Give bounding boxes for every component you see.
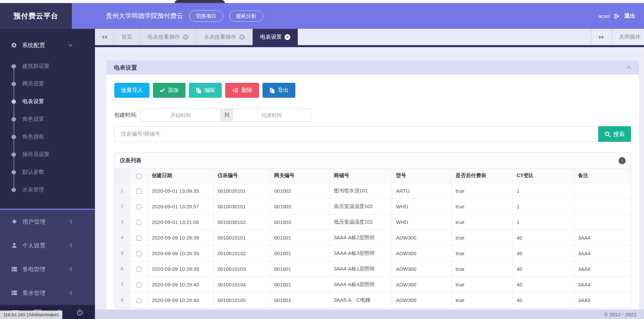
chevron-down-icon [68, 44, 73, 47]
sidebar-item-角色设置[interactable]: 角色设置 [0, 110, 95, 128]
search-button-label: 搜索 [613, 130, 625, 138]
row-checkbox[interactable] [136, 189, 141, 194]
sidebar-item-label: 网关设置 [22, 80, 44, 88]
sidebar-item-水表管理[interactable]: 水表管理 [0, 181, 95, 199]
导出-button[interactable]: 导出 [262, 83, 295, 98]
username[interactable]: acrel [598, 13, 609, 19]
select-all-checkbox[interactable] [136, 174, 141, 179]
end-time-input[interactable] [232, 109, 311, 121]
cell-meter: 0010010103 [213, 261, 270, 277]
table-row[interactable]: 82020-09-09 10:28:4000100101050010013AA5… [115, 292, 631, 308]
cell-meter: 0010030101 [213, 199, 270, 214]
logout-button[interactable]: 退出 [624, 13, 635, 20]
row-checkbox[interactable] [136, 251, 141, 256]
sidebar-item-角色授权[interactable]: 角色授权 [0, 128, 95, 146]
tab-label: 电表批量操作 [148, 34, 180, 41]
cell-model: ARTU [392, 183, 451, 199]
row-checkbox[interactable] [136, 298, 141, 303]
tab-item[interactable]: 电表批量操作× [140, 29, 196, 45]
start-time-input[interactable] [140, 109, 221, 121]
main-content: 电表设置 批量导入添加编辑删除导出 创建时间: 到 搜索 [95, 47, 644, 309]
table-row[interactable]: 72020-09-09 10:28:4000100101040010013AA4… [115, 277, 631, 292]
tab-bar: 首页电表批量操作×水表批量操作×电表设置× 关闭操作 [95, 29, 644, 45]
close-operations-button[interactable]: 关闭操作 [612, 34, 644, 41]
cell-ct: 40 [512, 261, 574, 277]
switch-project-button[interactable]: 切换项目 [189, 11, 223, 22]
browser-tab-sliver [175, 0, 225, 3]
sidebar-item-label: 电表设置 [22, 98, 44, 105]
cell-note [574, 183, 631, 199]
power-icon[interactable] [76, 309, 83, 316]
sidebar-section-个人设置[interactable]: 个人设置 [0, 233, 95, 257]
cell-postpaid: true [451, 183, 512, 199]
row-number: 7 [115, 277, 130, 292]
tab-item[interactable]: 电表设置× [253, 29, 298, 45]
tab-close-icon[interactable]: × [183, 34, 189, 40]
copyright: © 2012 - 2021 [604, 312, 637, 317]
批量导入-button[interactable]: 批量导入 [114, 83, 150, 98]
cell-shop: 3AA4-A栋2层照明 [330, 230, 392, 245]
search-input[interactable] [114, 126, 598, 142]
sidebar-section-售水管理[interactable]: 售水管理 [0, 281, 95, 305]
check-icon [160, 88, 165, 92]
cell-postpaid: true [451, 230, 512, 245]
cell-gateway: 001003 [270, 199, 330, 214]
collapse-up-icon[interactable]: ↑ [619, 157, 626, 164]
cell-postpaid: true [451, 199, 512, 214]
sidebar-item-电表设置[interactable]: 电表设置 [0, 93, 95, 110]
tab-item[interactable]: 水表批量操作× [196, 29, 253, 45]
search-button[interactable]: 搜索 [598, 126, 631, 142]
sidebar-section-售电管理[interactable]: 售电管理 [0, 257, 95, 281]
table-row[interactable]: 62020-09-09 10:28:3900100101030010013AA4… [115, 261, 631, 277]
row-checkbox[interactable] [136, 267, 141, 272]
row-checkbox[interactable] [136, 204, 141, 209]
编辑-button[interactable]: 编辑 [189, 83, 222, 98]
table-row[interactable]: 42020-09-09 10:28:3900100101010010013AA4… [115, 230, 631, 245]
row-checkbox[interactable] [136, 220, 141, 225]
logout-icon[interactable] [614, 14, 620, 19]
paste-icon [196, 88, 201, 93]
row-number-header [115, 169, 130, 183]
row-checkbox[interactable] [136, 282, 141, 287]
paste-icon [269, 88, 275, 93]
sidebar-item-label: 角色设置 [22, 116, 44, 123]
cell-postpaid: true [451, 292, 512, 308]
tab-close-icon[interactable]: × [285, 34, 290, 40]
collapse-panel-icon[interactable] [626, 66, 631, 69]
cell-meter: 0010010102 [213, 245, 270, 261]
sidebar-section-header[interactable]: ⚙系统配置 [0, 36, 95, 55]
cell-ct: 40 [512, 245, 574, 261]
table-row[interactable]: 12020-09-01 13:09:350010020101001002图书馆水… [115, 183, 631, 199]
chevron-left-icon [70, 267, 73, 271]
bullet-icon [12, 170, 16, 174]
gear-icon: ⚙ [10, 41, 18, 49]
tabs-scroll-left-icon[interactable] [95, 29, 114, 45]
panel-header: 电表设置 [106, 60, 639, 75]
sidebar-item-网关设置[interactable]: 网关设置 [0, 75, 95, 93]
tab-close-icon[interactable]: × [239, 34, 245, 40]
sidebar-item-建筑群设置[interactable]: 建筑群设置 [0, 57, 95, 75]
tab-item[interactable]: 首页 [114, 29, 140, 45]
table-row[interactable]: 22020-09-01 13:20:570010030101001003高压室温… [115, 199, 631, 214]
chevron-left-icon [70, 290, 73, 295]
sidebar-section-用户管理[interactable]: ✱用户管理 [0, 210, 95, 233]
cell-meter: 0010010101 [213, 230, 270, 245]
table-row[interactable]: 32020-09-01 13:21:080010030102001003低压室温… [115, 214, 631, 230]
cell-ct: 1 [512, 214, 574, 230]
添加-button[interactable]: 添加 [153, 83, 186, 98]
cell-meter: 0010030102 [213, 214, 270, 230]
sidebar-section-label: 系统配置 [22, 41, 45, 49]
open-tabs: 首页电表批量操作×水表批量操作×电表设置× [95, 29, 298, 45]
column-header: CT变比 [512, 169, 574, 183]
tab-label: 水表批量操作 [204, 34, 236, 41]
cell-shop: 高压室温湿度102 [330, 199, 392, 214]
energy-analysis-button[interactable]: 能耗分析 [229, 11, 263, 22]
sidebar-item-操作员设置[interactable]: 操作员设置 [0, 146, 95, 163]
row-checkbox[interactable] [136, 236, 141, 241]
tabs-scroll-right-icon[interactable] [591, 29, 612, 45]
sidebar-item-默认参数[interactable]: 默认参数 [0, 163, 95, 181]
删除-button[interactable]: 删除 [225, 83, 259, 98]
user-icon [10, 242, 18, 248]
table-row[interactable]: 52020-09-09 10:28:3900100101020010013AA4… [115, 245, 631, 261]
date-range-group: 到 [140, 109, 311, 121]
